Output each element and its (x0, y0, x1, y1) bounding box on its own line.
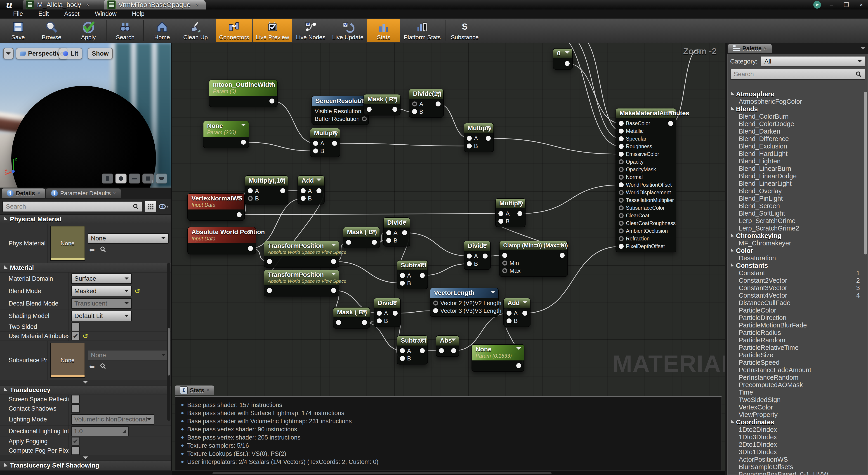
graph-node-divBot[interactable]: DivideAB (374, 298, 401, 327)
palette-item-blend_softlight[interactable]: Blend_SoftLight (728, 210, 868, 217)
home-button[interactable]: Home (146, 19, 179, 42)
input-pin[interactable] (498, 211, 503, 216)
input-pin[interactable] (619, 228, 624, 233)
input-pin[interactable] (267, 259, 272, 264)
graph-node-div1[interactable]: Divide(1,)AB (409, 89, 444, 118)
node-header[interactable]: Divide (383, 218, 410, 227)
palette-scrollbar[interactable] (864, 92, 867, 254)
view-options-eye-icon[interactable] (159, 203, 168, 210)
palette-item-blend_exclusion[interactable]: Blend_Exclusion (728, 142, 868, 150)
menu-item-help[interactable]: Help (124, 9, 152, 18)
palette-item-3dto1dindex[interactable]: 3Dto1DIndex (728, 448, 868, 456)
palette-section-coordinates[interactable]: Coordinates (728, 418, 868, 426)
lit-mode-button[interactable]: Lit (59, 48, 82, 59)
use-selected-arrow-icon[interactable]: ⬅ (89, 363, 95, 371)
maximize-button[interactable]: ❐ (842, 1, 851, 8)
graph-node-divR[interactable]: DivideAB (464, 241, 491, 270)
node-header[interactable]: Abs (436, 336, 459, 346)
live-preview-button[interactable]: Live Preview (253, 19, 292, 42)
output-pin[interactable] (248, 246, 253, 251)
input-pin[interactable] (301, 188, 306, 193)
decal-blend-mode-dropdown[interactable]: Translucent (71, 298, 132, 309)
input-pin[interactable] (619, 167, 624, 172)
palette-section-chromakeying[interactable]: Chromakeying (728, 232, 868, 240)
clean-up-button[interactable]: Clean Up (179, 19, 212, 42)
material-graph-canvas[interactable]: Zoom -2 MATERIAL 0mtoon_OutlineWidthPara… (172, 43, 725, 475)
graph-node-sres[interactable]: ScreenResolutionVisible ResolutionBuffer… (311, 96, 369, 125)
palette-item-actorpositionws[interactable]: ActorPositionWS (728, 456, 868, 463)
asset-dropdown[interactable]: None (88, 233, 168, 244)
graph-node-mtoon[interactable]: mtoon_OutlineWidthParam (0) (209, 80, 278, 107)
input-pin[interactable] (467, 144, 472, 149)
sphere-mesh-button[interactable] (115, 173, 127, 184)
node-header[interactable]: Divide (464, 241, 490, 251)
contact-shadows-checkbox[interactable] (71, 404, 80, 413)
input-pin[interactable] (346, 240, 351, 245)
node-header[interactable]: NoneParam (200) (204, 121, 249, 137)
input-pin[interactable] (619, 129, 624, 133)
input-pin[interactable] (619, 213, 624, 218)
two-sided-checkbox[interactable] (71, 322, 80, 331)
cylinder-mesh-button[interactable] (102, 173, 113, 184)
palette-section-constants[interactable]: Constants (728, 262, 868, 270)
palette-item-blend_lighten[interactable]: Blend_Lighten (728, 158, 868, 165)
details-search-input[interactable] (5, 203, 132, 211)
output-pin[interactable] (420, 273, 425, 278)
plane-mesh-button[interactable] (129, 173, 140, 184)
property-matrix-button[interactable] (145, 201, 156, 213)
palette-item-blend_colordodge[interactable]: Blend_ColorDodge (728, 120, 868, 128)
graph-node-tp2[interactable]: TransformPositionAbsolute World Space to… (264, 270, 339, 296)
graph-node-none200[interactable]: NoneParam (200) (203, 121, 249, 148)
close-icon[interactable]: × (113, 190, 116, 196)
graph-node-awp[interactable]: Absolute World PositionInput Data (187, 227, 256, 254)
apply-button[interactable]: Apply (72, 19, 105, 42)
node-header[interactable]: Multiply (464, 123, 493, 133)
palette-item-particlemotionblurfade[interactable]: ParticleMotionBlurFade (728, 322, 868, 329)
palette-item-particlesize[interactable]: ParticleSize (728, 351, 868, 359)
palette-section-blends[interactable]: Blends (728, 105, 868, 113)
palette-item-lerp_scratchgrime2[interactable]: Lerp_ScratchGrime2 (728, 225, 868, 232)
input-pin[interactable] (267, 288, 272, 293)
menu-item-asset[interactable]: Asset (57, 9, 87, 18)
feedback-icon[interactable]: ➤ (813, 1, 821, 8)
graph-node-abs[interactable]: Abs (436, 335, 459, 357)
input-pin[interactable] (386, 238, 391, 243)
input-pin[interactable] (619, 244, 624, 249)
graph-node-maskR[interactable]: Mask ( R ) (364, 94, 401, 116)
input-pin[interactable] (619, 121, 624, 126)
details-scrollbar[interactable] (167, 262, 170, 421)
close-icon[interactable]: × (207, 387, 210, 393)
graph-node-vnws[interactable]: VertexNormalWSInput Data (187, 193, 245, 221)
output-pin[interactable] (362, 116, 367, 121)
reset-to-default-icon[interactable]: ↺ (83, 332, 88, 340)
input-pin[interactable] (506, 318, 512, 323)
node-header[interactable]: Divide(1,) (409, 89, 443, 99)
input-pin[interactable] (400, 356, 405, 361)
input-pin[interactable] (400, 348, 405, 353)
compute-fog-per-pixel-checkbox[interactable] (71, 446, 80, 455)
palette-item-blend_darken[interactable]: Blend_Darken (728, 128, 868, 135)
input-pin[interactable] (619, 152, 624, 157)
browse-button[interactable]: Browse (35, 19, 68, 42)
palette-item-constant[interactable]: Constant1 (728, 270, 868, 277)
input-pin[interactable] (619, 221, 624, 226)
output-pin[interactable] (331, 288, 336, 293)
input-pin[interactable] (313, 149, 318, 153)
section-header-material[interactable]: Material (0, 263, 171, 272)
palette-search-input[interactable] (733, 70, 855, 78)
graph-node-mulMid[interactable]: MultiplyAB (310, 128, 340, 157)
node-header[interactable]: Add (298, 176, 324, 186)
palette-item-desaturation[interactable]: Desaturation (728, 254, 868, 262)
node-header[interactable]: TransformPositionAbsolute World Space to… (264, 241, 339, 256)
input-pin[interactable] (619, 198, 624, 203)
graph-node-mul10[interactable]: Multiply(,10)AB (245, 176, 288, 204)
palette-item-mf_chromakeyer[interactable]: MF_Chromakeyer (728, 240, 868, 247)
directional-lighting-inten-field[interactable]: 1.0 (71, 426, 129, 436)
palette-item-twosidedsign[interactable]: TwoSidedSign (728, 396, 868, 404)
input-pin[interactable] (467, 136, 472, 141)
input-pin[interactable] (433, 308, 438, 313)
stats-button[interactable]: Stats (367, 19, 400, 42)
graph-node-addTop[interactable]: AddAB (298, 176, 324, 204)
palette-item-particlecolor[interactable]: ParticleColor (728, 307, 868, 314)
input-pin[interactable] (412, 109, 417, 114)
